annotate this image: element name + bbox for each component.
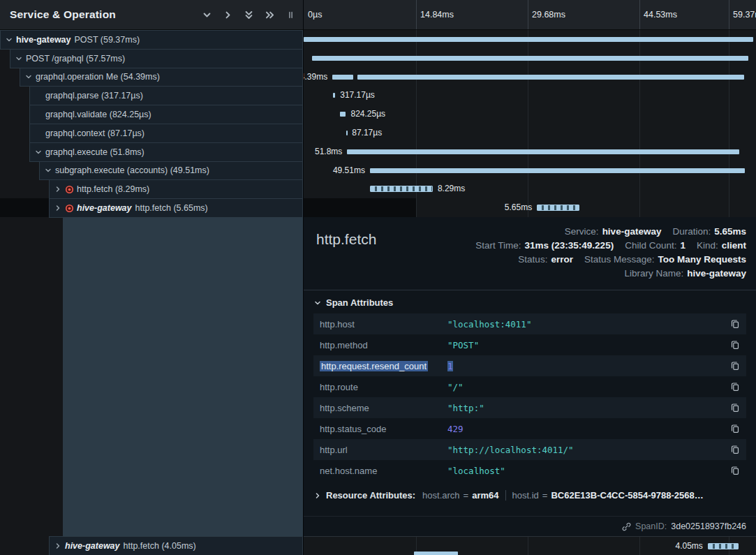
resource-attributes-toggle[interactable]: Resource Attributes: host.arch=arm64host… [314,490,746,501]
copy-icon[interactable] [730,466,740,475]
meta-value: error [551,254,573,265]
tree-row[interactable]: hive-gatewayhttp.fetch (4.05ms) [49,536,303,555]
ruler-tick-label: 59.37ms [729,0,756,29]
panel-resizer[interactable] [303,0,304,555]
bar-duration-label: 4.05ms [675,537,702,555]
span-detail-panel: http.fetch Service:hive-gatewayDuration:… [304,217,756,536]
ruler-tick-label: 44.53ms [639,0,677,29]
timeline-rows: 54.39ms317.17µs824.25µs87.17µs51.8ms49.5… [304,30,756,217]
timeline-row [304,30,756,49]
meta-value: client [722,240,746,251]
span-duration-bar[interactable] [708,543,739,549]
bar-duration-label: 317.17µs [340,86,375,105]
timeline-gridline [639,537,640,555]
copy-icon[interactable] [730,340,740,350]
copy-icon[interactable] [730,361,740,371]
span-duration-bar[interactable] [357,75,744,80]
bar-duration-label: 5.65ms [505,198,532,217]
copy-icon[interactable] [730,319,740,329]
meta-line: Status:errorStatus Message:Too Many Requ… [518,254,746,265]
equals-sign: = [542,490,548,501]
row-shade [304,198,416,217]
timeline-row: 49.51ms [304,161,756,180]
attribute-key: http.url [320,445,348,455]
span-meta: Service:hive-gatewayDuration:5.65msStart… [475,226,746,279]
timeline-row: 8.29ms [304,179,756,198]
span-id-row: SpanID: 3de02518937fb246 [304,516,756,536]
trace-viewer-app: Service & Operation hive-gatewayPOST (59… [0,0,756,555]
timeline-row: 317.17µs [304,86,756,105]
span-duration-bar[interactable] [370,186,433,192]
timeline-row [304,49,756,68]
bar-duration-label: 51.8ms [315,142,342,161]
resource-value: arm64 [472,490,498,501]
span-title: http.fetch [316,231,376,248]
attribute-value: "localhost:4011" [447,319,531,330]
span-duration-bar[interactable] [537,205,579,211]
ruler-tick-label: 29.68ms [528,0,565,29]
resize-handle-icon[interactable] [285,9,296,20]
span-duration-bar[interactable] [332,75,353,80]
tree-header-actions [201,9,296,20]
attribute-key: http.host [320,319,355,330]
tree-header: Service & Operation [0,0,303,30]
meta-label: Status Message: [584,254,655,265]
meta-label: Library Name: [624,268,683,279]
attribute-value: "POST" [447,340,479,350]
copy-icon[interactable] [730,424,740,434]
link-icon[interactable] [622,522,631,531]
detail-header: http.fetch Service:hive-gatewayDuration:… [304,217,756,287]
expand-row-icon[interactable] [222,9,233,20]
copy-icon[interactable] [730,445,740,454]
span-duration-bar[interactable] [304,37,753,42]
meta-value: 5.65ms [714,226,746,237]
span-duration-bar[interactable] [370,168,745,173]
attribute-key: http.scheme [320,403,369,413]
bar-duration-label: 49.51ms [333,161,365,180]
collapse-all-icon[interactable] [243,9,254,20]
bar-duration-label: 8.29ms [438,179,465,198]
equals-sign: = [464,490,469,501]
meta-value: 1 [680,240,685,251]
separator [505,490,506,501]
expand-all-icon[interactable] [264,9,275,20]
copy-icon[interactable] [730,403,740,413]
meta-value: hive-gateway [602,226,662,237]
timeline-overflow-row: 4.05ms [304,536,756,555]
chevron-right-icon[interactable] [54,542,65,549]
span-duration-bar[interactable] [312,56,748,61]
attribute-row: http.host"localhost:4011" [313,313,746,334]
attribute-value: "localhost" [447,466,505,476]
ruler-tick-label: 0µs [304,0,322,29]
attribute-row: http.method"POST" [313,334,746,355]
section-title: Span Attributes [326,297,393,308]
chevron-down-icon [314,299,321,306]
attribute-value: "http:" [447,403,484,413]
collapse-row-icon[interactable] [201,9,212,20]
span-name: http.fetch (4.05ms) [124,541,196,551]
meta-label: Service: [565,226,599,237]
meta-label: Child Count: [625,240,676,251]
meta-line: Start Time:31ms (23:35:49.225)Child Coun… [475,240,746,251]
span-duration-bar[interactable] [414,552,458,555]
attribute-row: http.url"http://localhost:4011/" [313,439,746,460]
copy-icon[interactable] [730,382,740,392]
meta-value: Too Many Requests [658,254,746,265]
attribute-row: http.route"/" [313,376,746,397]
meta-line: Service:hive-gatewayDuration:5.65ms [565,226,746,237]
span-duration-bar[interactable] [333,93,335,98]
section-title: Resource Attributes: [326,490,415,501]
span-duration-bar[interactable] [347,149,739,154]
span-attributes-toggle[interactable]: Span Attributes [304,290,756,313]
timeline-panel: 0µs14.84ms29.68ms44.53ms59.37ms 54.39ms3… [304,0,756,555]
selected-span-highlight [63,217,303,536]
attribute-row: http.scheme"http:" [313,397,746,418]
ruler-tick-label: 14.84ms [416,0,454,29]
panel-title: Service & Operation [10,8,116,21]
span-duration-bar[interactable] [346,131,348,135]
timeline-row: 54.39ms [304,68,756,87]
resource-items: host.arch=arm64host.id=BC62E13B-C4CC-585… [422,490,704,501]
span-duration-bar[interactable] [340,112,346,117]
bar-duration-label: 824.25µs [350,105,385,124]
span-tree-panel: Service & Operation hive-gatewayPOST (59… [0,0,303,555]
